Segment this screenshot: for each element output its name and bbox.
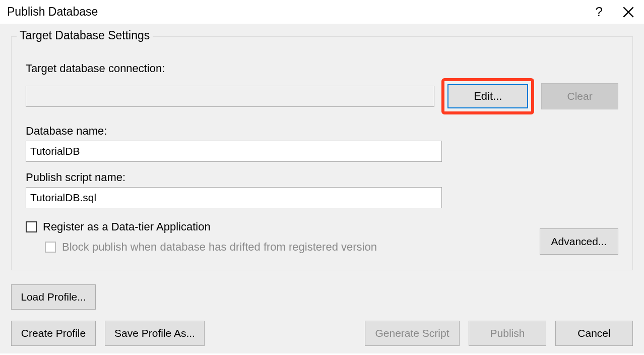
target-database-settings-group: Target Database Settings Target database… bbox=[11, 36, 633, 270]
bottom-area: Load Profile... Create Profile Save Prof… bbox=[11, 284, 633, 346]
advanced-button[interactable]: Advanced... bbox=[540, 228, 618, 255]
connection-row: Edit... Clear bbox=[26, 78, 618, 114]
titlebar-controls: ? bbox=[596, 4, 634, 20]
generate-script-button[interactable]: Generate Script bbox=[365, 321, 460, 346]
bottom-button-row: Create Profile Save Profile As... Genera… bbox=[11, 321, 633, 346]
script-name-input[interactable] bbox=[26, 187, 442, 208]
help-button[interactable]: ? bbox=[596, 4, 603, 20]
connection-input[interactable] bbox=[26, 86, 434, 107]
database-name-label: Database name: bbox=[26, 125, 618, 138]
block-checkbox-label: Block publish when database has drifted … bbox=[62, 241, 377, 254]
group-legend: Target Database Settings bbox=[17, 29, 153, 42]
edit-button[interactable]: Edit... bbox=[447, 84, 528, 108]
bottom-left-buttons: Create Profile Save Profile As... bbox=[11, 321, 205, 346]
bottom-right-buttons: Generate Script Publish Cancel bbox=[365, 321, 633, 346]
save-profile-as-button[interactable]: Save Profile As... bbox=[105, 321, 205, 346]
clear-button[interactable]: Clear bbox=[541, 83, 618, 109]
register-checkbox[interactable] bbox=[26, 221, 37, 232]
create-profile-button[interactable]: Create Profile bbox=[11, 321, 96, 346]
load-profile-button[interactable]: Load Profile... bbox=[11, 284, 96, 310]
close-icon bbox=[623, 7, 634, 18]
database-name-input[interactable] bbox=[26, 141, 442, 162]
script-name-label: Publish script name: bbox=[26, 171, 618, 184]
dialog-body: Target Database Settings Target database… bbox=[0, 24, 644, 353]
close-button[interactable] bbox=[623, 7, 634, 18]
publish-button[interactable]: Publish bbox=[469, 321, 546, 346]
block-checkbox bbox=[45, 242, 56, 253]
titlebar: Publish Database ? bbox=[0, 0, 644, 24]
connection-label: Target database connection: bbox=[26, 62, 618, 75]
edit-button-highlight: Edit... bbox=[441, 78, 534, 114]
cancel-button[interactable]: Cancel bbox=[555, 321, 633, 346]
register-checkbox-label: Register as a Data-tier Application bbox=[43, 220, 211, 233]
dialog-title: Publish Database bbox=[7, 5, 98, 19]
